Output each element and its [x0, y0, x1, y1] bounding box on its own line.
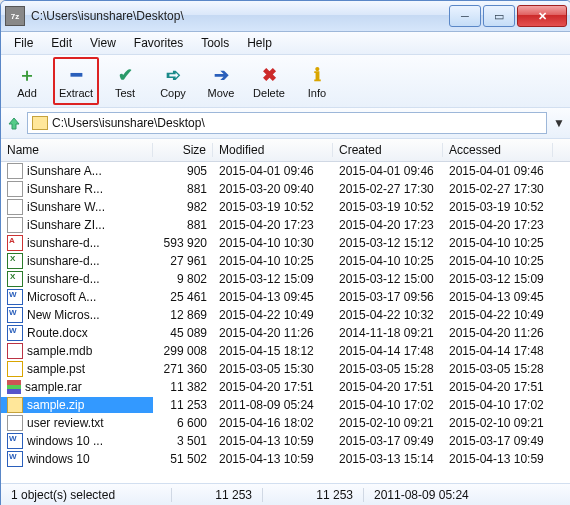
file-row[interactable]: New Micros...12 8692015-04-22 10:492015-… — [1, 306, 570, 324]
file-created: 2015-04-14 17:48 — [333, 344, 443, 358]
file-row[interactable]: sample.mdb299 0082015-04-15 18:122015-04… — [1, 342, 570, 360]
file-icon — [7, 307, 23, 323]
file-row[interactable]: iSunshare R...8812015-03-20 09:402015-02… — [1, 180, 570, 198]
status-size2: 11 253 — [263, 488, 364, 502]
file-created: 2015-02-10 09:21 — [333, 416, 443, 430]
file-row[interactable]: isunshare-d...27 9612015-04-10 10:252015… — [1, 252, 570, 270]
file-modified: 2015-04-22 10:49 — [213, 308, 333, 322]
info-label: Info — [308, 87, 326, 99]
file-icon — [7, 433, 23, 449]
file-name: iSunshare A... — [27, 164, 102, 178]
file-row[interactable]: windows 1051 5022015-04-13 10:592015-03-… — [1, 450, 570, 468]
file-row[interactable]: sample.zip11 2532011-08-09 05:242015-04-… — [1, 396, 570, 414]
extract-button[interactable]: ━Extract — [53, 57, 99, 105]
menu-edit[interactable]: Edit — [42, 34, 81, 52]
file-modified: 2015-04-13 10:59 — [213, 452, 333, 466]
copy-icon: ➪ — [162, 64, 184, 86]
col-size[interactable]: Size — [153, 143, 213, 157]
file-icon — [7, 271, 23, 287]
file-icon — [7, 217, 23, 233]
file-name: iSunshare R... — [27, 182, 103, 196]
file-created: 2015-04-20 17:51 — [333, 380, 443, 394]
file-created: 2014-11-18 09:21 — [333, 326, 443, 340]
menu-favorites[interactable]: Favorites — [125, 34, 192, 52]
col-accessed[interactable]: Accessed — [443, 143, 553, 157]
file-name: windows 10 ... — [27, 434, 103, 448]
menu-file[interactable]: File — [5, 34, 42, 52]
file-accessed: 2015-04-13 10:59 — [443, 452, 553, 466]
menu-help[interactable]: Help — [238, 34, 281, 52]
file-row[interactable]: iSunshare W...9822015-03-19 10:522015-03… — [1, 198, 570, 216]
file-created: 2015-04-20 17:23 — [333, 218, 443, 232]
file-row[interactable]: iSunshare ZI...8812015-04-20 17:232015-0… — [1, 216, 570, 234]
file-icon — [7, 289, 23, 305]
file-row[interactable]: sample.pst271 3602015-03-05 15:302015-03… — [1, 360, 570, 378]
file-modified: 2015-03-20 09:40 — [213, 182, 333, 196]
file-name: iSunshare ZI... — [27, 218, 105, 232]
file-name: windows 10 — [27, 452, 90, 466]
file-row[interactable]: iSunshare A...9052015-04-01 09:462015-04… — [1, 162, 570, 180]
file-modified: 2015-04-13 09:45 — [213, 290, 333, 304]
add-button[interactable]: ＋Add — [5, 58, 49, 104]
up-icon[interactable] — [5, 114, 23, 132]
col-created[interactable]: Created — [333, 143, 443, 157]
file-row[interactable]: windows 10 ...3 5012015-04-13 10:592015-… — [1, 432, 570, 450]
file-modified: 2015-04-20 17:51 — [213, 380, 333, 394]
col-name[interactable]: Name — [1, 143, 153, 157]
delete-button[interactable]: ✖Delete — [247, 58, 291, 104]
move-button[interactable]: ➔Move — [199, 58, 243, 104]
file-row[interactable]: isunshare-d...9 8022015-03-12 15:092015-… — [1, 270, 570, 288]
file-name: isunshare-d... — [27, 254, 100, 268]
file-created: 2015-04-10 10:25 — [333, 254, 443, 268]
file-accessed: 2015-04-14 17:48 — [443, 344, 553, 358]
address-bar: C:\Users\isunshare\Desktop\ ▼ — [1, 108, 570, 139]
delete-icon: ✖ — [258, 64, 280, 86]
file-name: New Micros... — [27, 308, 100, 322]
info-icon: ℹ — [306, 64, 328, 86]
status-size1: 11 253 — [172, 488, 263, 502]
address-input[interactable]: C:\Users\isunshare\Desktop\ — [27, 112, 547, 134]
file-accessed: 2015-04-20 17:51 — [443, 380, 553, 394]
file-modified: 2015-04-20 17:23 — [213, 218, 333, 232]
file-size: 12 869 — [153, 308, 213, 322]
add-label: Add — [17, 87, 37, 99]
file-modified: 2015-04-10 10:30 — [213, 236, 333, 250]
file-accessed: 2015-04-20 11:26 — [443, 326, 553, 340]
file-icon — [7, 397, 23, 413]
menu-bar: FileEditViewFavoritesToolsHelp — [1, 32, 570, 55]
file-list-area: Name Size Modified Created Accessed iSun… — [1, 139, 570, 483]
file-size: 9 802 — [153, 272, 213, 286]
file-row[interactable]: Route.docx45 0892015-04-20 11:262014-11-… — [1, 324, 570, 342]
file-icon — [7, 415, 23, 431]
file-name: sample.mdb — [27, 344, 92, 358]
address-dropdown[interactable]: ▼ — [551, 116, 567, 130]
file-row[interactable]: isunshare-d...593 9202015-04-10 10:30201… — [1, 234, 570, 252]
file-accessed: 2015-04-10 10:25 — [443, 254, 553, 268]
file-icon — [7, 199, 23, 215]
file-size: 51 502 — [153, 452, 213, 466]
column-headers: Name Size Modified Created Accessed — [1, 139, 570, 162]
toolbar: ＋Add━Extract✔Test➪Copy➔Move✖DeleteℹInfo — [1, 55, 570, 108]
maximize-button[interactable]: ▭ — [483, 5, 515, 27]
col-modified[interactable]: Modified — [213, 143, 333, 157]
delete-label: Delete — [253, 87, 285, 99]
file-name: sample.rar — [25, 380, 82, 394]
status-bar: 1 object(s) selected 11 253 11 253 2011-… — [1, 483, 570, 505]
minimize-button[interactable]: ─ — [449, 5, 481, 27]
close-button[interactable]: ✕ — [517, 5, 567, 27]
file-row[interactable]: sample.rar11 3822015-04-20 17:512015-04-… — [1, 378, 570, 396]
menu-view[interactable]: View — [81, 34, 125, 52]
titlebar[interactable]: 7z C:\Users\isunshare\Desktop\ ─ ▭ ✕ — [1, 1, 570, 32]
info-button[interactable]: ℹInfo — [295, 58, 339, 104]
file-icon — [7, 325, 23, 341]
file-row[interactable]: user review.txt6 6002015-04-16 18:022015… — [1, 414, 570, 432]
file-created: 2015-03-17 09:56 — [333, 290, 443, 304]
file-size: 6 600 — [153, 416, 213, 430]
file-row[interactable]: Microsoft A...25 4612015-04-13 09:452015… — [1, 288, 570, 306]
file-modified: 2015-04-15 18:12 — [213, 344, 333, 358]
file-accessed: 2015-04-20 17:23 — [443, 218, 553, 232]
copy-button[interactable]: ➪Copy — [151, 58, 195, 104]
file-list[interactable]: iSunshare A...9052015-04-01 09:462015-04… — [1, 162, 570, 483]
test-button[interactable]: ✔Test — [103, 58, 147, 104]
menu-tools[interactable]: Tools — [192, 34, 238, 52]
